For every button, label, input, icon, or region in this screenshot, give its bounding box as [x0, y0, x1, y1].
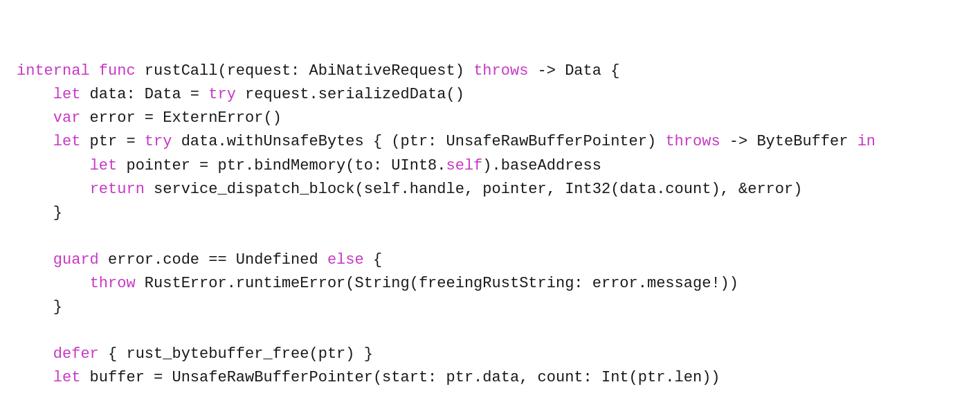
token-plain: { rust_bytebuffer_free(ptr) }: [99, 345, 373, 363]
token-plain: {: [364, 251, 382, 269]
token-plain: rustCall: [145, 62, 218, 80]
token-plain: [17, 275, 90, 292]
token-kw: let: [90, 157, 118, 174]
token-kw: throws: [473, 62, 528, 80]
token-kw: throws: [665, 133, 720, 150]
token-plain: data.withUnsafeBytes { (ptr: UnsafeRawBu…: [172, 133, 665, 150]
code-line: defer { rust_bytebuffer_free(ptr) }: [17, 343, 963, 366]
token-kw: defer: [53, 345, 99, 363]
token-plain: [17, 133, 53, 150]
token-plain: ptr =: [80, 133, 144, 150]
token-plain: [17, 86, 53, 103]
code-lines: internal func rustCall(request: AbiNativ…: [17, 60, 963, 407]
token-plain: service_dispatch_block(self.handle, poin…: [145, 181, 803, 198]
token-plain: }: [17, 298, 62, 316]
code-line: [17, 225, 963, 248]
code-line: }: [17, 296, 963, 319]
token-plain: [17, 251, 53, 269]
token-kw: let: [53, 86, 81, 103]
code-line: let ptr = try data.withUnsafeBytes { (pt…: [17, 130, 963, 154]
code-line: return service_dispatch_block(self.handl…: [17, 178, 963, 201]
token-plain: pointer = ptr.bindMemory(to: UInt8.: [117, 157, 446, 174]
token-plain: [17, 345, 53, 363]
token-plain: RustError.runtimeError(String(freeingRus…: [136, 275, 738, 292]
token-kw: let: [53, 133, 81, 150]
token-kw: try: [208, 86, 236, 103]
token-kw: throw: [90, 275, 136, 292]
token-kw: guard: [53, 251, 99, 269]
code-line: [17, 319, 963, 343]
code-line: [17, 390, 963, 408]
code-line: let data: Data = try request.serializedD…: [17, 83, 963, 107]
code-line: }: [17, 201, 963, 225]
token-kw: else: [327, 251, 364, 269]
token-plain: request.serializedData(): [236, 86, 464, 103]
token-plain: data: Data =: [80, 86, 208, 103]
token-plain: (request: AbiNativeRequest): [217, 62, 473, 80]
token-kw: let: [53, 369, 81, 386]
token-plain: [17, 109, 53, 127]
token-kw: var: [53, 109, 81, 127]
token-plain: error = ExternError(): [80, 109, 281, 127]
code-line: let buffer = UnsafeRawBufferPointer(star…: [17, 366, 963, 390]
token-plain: ).baseAddress: [482, 157, 601, 174]
token-plain: [17, 157, 90, 174]
token-kw: in: [858, 133, 875, 150]
token-plain: buffer = UnsafeRawBufferPointer(start: p…: [80, 369, 720, 386]
code-block: internal func rustCall(request: AbiNativ…: [17, 12, 963, 407]
token-kw: try: [145, 133, 172, 150]
token-plain: [17, 181, 90, 198]
token-kw: internal: [17, 62, 99, 80]
token-kw: self: [446, 157, 483, 174]
token-plain: error.code == Undefined: [99, 251, 327, 269]
code-line: var error = ExternError(): [17, 107, 963, 130]
token-plain: [17, 369, 53, 386]
token-kw: func: [99, 62, 145, 80]
token-kw: return: [90, 181, 145, 198]
token-plain: -> Data {: [528, 62, 619, 80]
token-plain: -> ByteBuffer: [720, 133, 858, 150]
code-line: let pointer = ptr.bindMemory(to: UInt8.s…: [17, 154, 963, 178]
token-plain: }: [17, 204, 62, 221]
code-line: throw RustError.runtimeError(String(free…: [17, 272, 963, 296]
code-line: internal func rustCall(request: AbiNativ…: [17, 60, 963, 83]
code-line: guard error.code == Undefined else {: [17, 248, 963, 272]
